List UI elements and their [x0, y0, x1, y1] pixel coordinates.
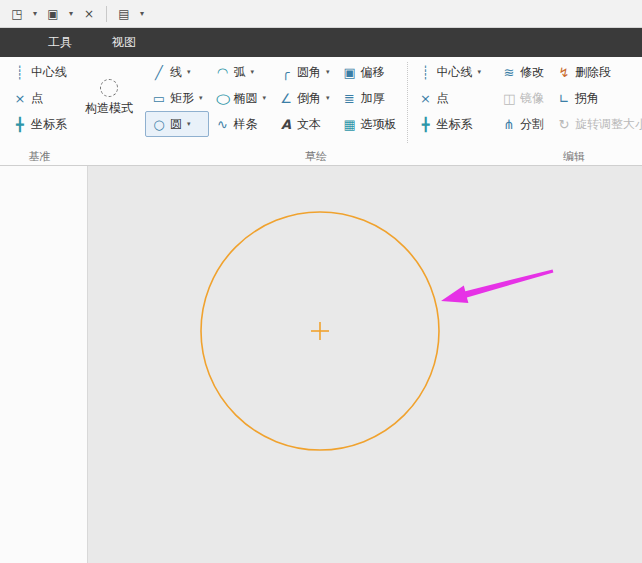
centerline-icon: ┊	[12, 65, 28, 80]
centerline-sketch-button[interactable]: ┊ 中心线 ▾	[412, 59, 488, 85]
thicken-button[interactable]: ≣ 加厚	[336, 85, 403, 111]
thicken-icon: ≣	[342, 91, 358, 106]
coordinate-system-icon: ╋	[418, 117, 434, 132]
left-panel	[0, 166, 88, 563]
subgroup-divider	[407, 62, 408, 143]
tab-tools[interactable]: 工具	[28, 28, 92, 57]
quick-access-toolbar: ◳ ▾ ▣ ▾ × ▤ ▾	[0, 0, 642, 28]
modify-label: 修改	[520, 64, 544, 81]
delete-segment-label: 删除段	[575, 64, 611, 81]
rectangle-label: 矩形	[170, 90, 194, 107]
chevron-down-icon[interactable]: ▾	[187, 68, 191, 76]
line-button[interactable]: ╱ 线 ▾	[145, 59, 209, 85]
palette-button[interactable]: ▦ 选项板	[336, 111, 403, 137]
spline-button[interactable]: ∿ 样条	[209, 111, 273, 137]
circle-button[interactable]: ○ 圆 ▾	[145, 111, 209, 137]
construction-mode-icon	[100, 79, 118, 97]
centerline-datum-label: 中心线	[31, 64, 67, 81]
offset-button[interactable]: ▣ 偏移	[336, 59, 403, 85]
fillet-button[interactable]: ╭ 圆角 ▾	[272, 59, 336, 85]
ellipse-button[interactable]: ○ 椭圆 ▾	[209, 85, 273, 111]
arrange-windows-icon[interactable]: ▣	[44, 5, 62, 23]
rectangle-icon: ▭	[151, 91, 167, 106]
close-icon[interactable]: ×	[80, 5, 98, 23]
palette-icon: ▦	[342, 117, 358, 132]
offset-label: 偏移	[361, 64, 385, 81]
arc-label: 弧	[234, 64, 246, 81]
group-label-sketch: 草绘	[145, 146, 487, 165]
rotate-resize-label: 旋转调整大小	[575, 116, 642, 133]
construction-mode-label: 构造模式	[85, 100, 133, 117]
sketch-view-icon[interactable]: ▤	[115, 5, 133, 23]
mirror-label: 镜像	[520, 90, 544, 107]
divide-button[interactable]: ⋔ 分割	[495, 111, 550, 137]
annotation-arrow	[441, 270, 553, 304]
modify-button[interactable]: ≋ 修改	[495, 59, 550, 85]
corner-label: 拐角	[575, 90, 599, 107]
divider	[106, 6, 107, 22]
ribbon-tab-bar: 工具 视图	[0, 28, 642, 57]
chevron-down-icon[interactable]: ▾	[66, 9, 76, 18]
divide-icon: ⋔	[501, 117, 517, 132]
chevron-down-icon[interactable]: ▾	[251, 68, 255, 76]
corner-icon: ∟	[556, 91, 572, 106]
group-label-edit: 编辑	[495, 146, 642, 165]
palette-label: 选项板	[361, 116, 397, 133]
point-datum-button[interactable]: × 点	[6, 85, 73, 111]
rectangle-button[interactable]: ▭ 矩形 ▾	[145, 85, 209, 111]
sketch-canvas[interactable]	[88, 166, 642, 563]
point-sketch-button[interactable]: × 点	[412, 85, 488, 111]
group-label-construction	[81, 146, 137, 165]
arc-icon: ◠	[215, 65, 231, 80]
offset-icon: ▣	[342, 65, 358, 80]
chevron-down-icon[interactable]: ▾	[326, 94, 330, 102]
circle-label: 圆	[170, 116, 182, 133]
fillet-icon: ╭	[278, 65, 294, 80]
corner-button[interactable]: ∟ 拐角	[550, 85, 642, 111]
chevron-down-icon[interactable]: ▾	[326, 68, 330, 76]
delete-segment-button[interactable]: ↯ 删除段	[550, 59, 642, 85]
centerline-datum-button[interactable]: ┊ 中心线	[6, 59, 73, 85]
mirror-button: ◫ 镜像	[495, 85, 550, 111]
chevron-down-icon[interactable]: ▾	[478, 68, 482, 76]
mirror-icon: ◫	[501, 91, 517, 106]
fillet-label: 圆角	[297, 64, 321, 81]
work-area	[0, 166, 642, 563]
chevron-down-icon[interactable]: ▾	[263, 94, 267, 102]
ribbon-group-edit: ≋ 修改 ◫ 镜像 ⋔ 分割 ↯ 删除段	[495, 59, 642, 165]
chevron-down-icon[interactable]: ▾	[187, 120, 191, 128]
tab-view[interactable]: 视图	[92, 28, 156, 57]
chevron-down-icon[interactable]: ▾	[137, 9, 147, 18]
ellipse-icon: ○	[212, 91, 234, 106]
text-button[interactable]: A 文本	[272, 111, 336, 137]
sketch-svg	[88, 166, 642, 563]
line-icon: ╱	[151, 65, 167, 80]
chamfer-label: 倒角	[297, 90, 321, 107]
group-label-datum: 基准	[6, 146, 73, 165]
centerline-sketch-label: 中心线	[437, 64, 473, 81]
chamfer-icon: ∠	[278, 91, 294, 106]
csys-sketch-button[interactable]: ╋ 坐标系	[412, 111, 488, 137]
ribbon-group-datum: ┊ 中心线 × 点 ╋ 坐标系 基准	[6, 59, 73, 165]
chevron-down-icon[interactable]: ▾	[199, 94, 203, 102]
csys-sketch-label: 坐标系	[437, 116, 473, 133]
ribbon-group-construction: 构造模式	[81, 59, 137, 165]
centerline-icon: ┊	[418, 65, 434, 80]
arc-button[interactable]: ◠ 弧 ▾	[209, 59, 273, 85]
circle-icon: ○	[151, 117, 167, 132]
spline-icon: ∿	[215, 117, 231, 132]
rotate-resize-button: ↻ 旋转调整大小	[550, 111, 642, 137]
divide-label: 分割	[520, 116, 544, 133]
csys-datum-button[interactable]: ╋ 坐标系	[6, 111, 73, 137]
chevron-down-icon[interactable]: ▾	[30, 9, 40, 18]
point-icon: ×	[418, 91, 434, 106]
modify-icon: ≋	[501, 65, 517, 80]
point-datum-label: 点	[31, 90, 43, 107]
ellipse-label: 椭圆	[234, 90, 258, 107]
text-icon: A	[278, 117, 294, 132]
point-icon: ×	[12, 91, 28, 106]
construction-mode-button[interactable]: 构造模式	[81, 59, 137, 137]
window-flip-icon[interactable]: ◳	[8, 5, 26, 23]
thicken-label: 加厚	[361, 90, 385, 107]
chamfer-button[interactable]: ∠ 倒角 ▾	[272, 85, 336, 111]
